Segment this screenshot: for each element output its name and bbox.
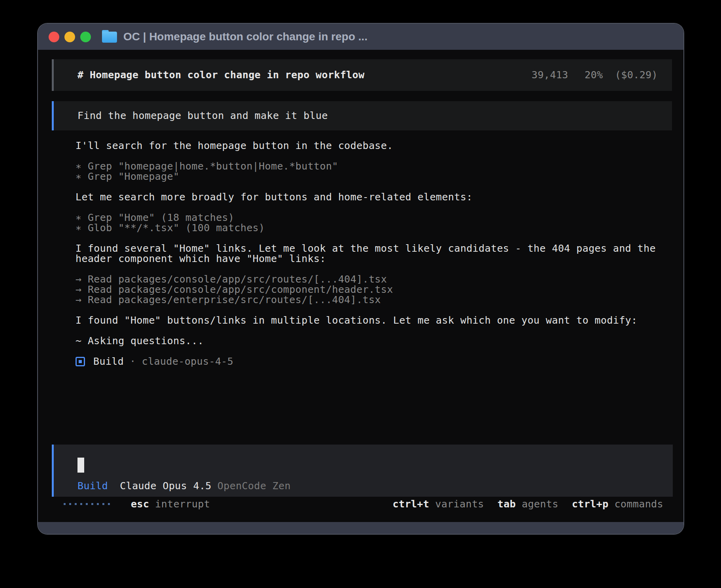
hint-variants: ctrl+t variants bbox=[393, 498, 484, 510]
prompt-input[interactable]: Build Claude Opus 4.5 OpenCode Zen bbox=[52, 445, 673, 497]
terminal-window: OC | Homepage button color change in rep… bbox=[38, 24, 683, 534]
assistant-text: Let me search more broadly for buttons a… bbox=[75, 192, 672, 202]
text-cursor bbox=[77, 458, 84, 473]
agent-build-icon bbox=[75, 357, 85, 366]
session-header: # Homepage button color change in repo w… bbox=[52, 59, 672, 91]
status-bar: esc interrupt ctrl+t variants tab agents… bbox=[52, 498, 673, 510]
status-left: esc interrupt bbox=[64, 498, 210, 510]
input-provider-label: OpenCode Zen bbox=[217, 481, 291, 491]
window-title: OC | Homepage button color change in rep… bbox=[123, 30, 368, 43]
input-agent-label: Build bbox=[77, 481, 108, 491]
esc-key-hint: esc bbox=[131, 498, 149, 510]
assistant-text: I'll search for the homepage button in t… bbox=[75, 141, 672, 151]
input-model-row: Build Claude Opus 4.5 OpenCode Zen bbox=[77, 481, 673, 491]
esc-hint-label: interrupt bbox=[155, 498, 210, 510]
tool-call: → Read packages/enterprise/src/routes/[.… bbox=[75, 295, 672, 305]
hint-commands: ctrl+p commands bbox=[572, 498, 663, 510]
tool-call: → Read packages/console/app/src/routes/[… bbox=[75, 274, 672, 285]
context-percent: 20% bbox=[585, 69, 603, 81]
agent-name: Build bbox=[93, 356, 124, 367]
tool-call: ∗ Grep "homepage|home.*button|Home.*butt… bbox=[75, 161, 672, 172]
hint-agents: tab agents bbox=[498, 498, 559, 510]
input-model-label: Claude Opus 4.5 bbox=[120, 481, 211, 491]
session-stats: 39,413 20% ($0.29) bbox=[532, 70, 658, 80]
folder-icon bbox=[102, 32, 117, 43]
user-message: Find the homepage button and make it blu… bbox=[52, 101, 672, 130]
zoom-button[interactable] bbox=[80, 32, 91, 42]
status-right: ctrl+t variants tab agents ctrl+p comman… bbox=[393, 498, 663, 510]
tool-call: ∗ Grep "Homepage" bbox=[75, 172, 672, 182]
assistant-text: I found "Home" buttons/links in multiple… bbox=[75, 315, 672, 326]
close-button[interactable] bbox=[49, 32, 59, 42]
tool-call: ∗ Grep "Home" (18 matches) bbox=[75, 213, 672, 223]
tool-call: → Read packages/console/app/src/componen… bbox=[75, 285, 672, 295]
session-cost: ($0.29) bbox=[615, 69, 658, 81]
working-indicator-dots bbox=[64, 503, 113, 505]
minimize-button[interactable] bbox=[64, 32, 75, 42]
model-id: claude-opus-4-5 bbox=[142, 356, 234, 367]
titlebar[interactable]: OC | Homepage button color change in rep… bbox=[38, 24, 683, 50]
window-bottom-chrome bbox=[38, 522, 683, 534]
agent-status-row: Build · claude-opus-4-5 bbox=[75, 356, 672, 367]
session-title: # Homepage button color change in repo w… bbox=[77, 70, 364, 80]
user-message-text: Find the homepage button and make it blu… bbox=[77, 111, 328, 121]
assistant-text: ~ Asking questions... bbox=[75, 336, 672, 346]
separator-dot: · bbox=[130, 356, 136, 367]
assistant-text: I found several "Home" links. Let me loo… bbox=[75, 243, 672, 264]
tool-call: ∗ Glob "**/*.tsx" (100 matches) bbox=[75, 223, 672, 233]
token-count: 39,413 bbox=[532, 69, 568, 81]
assistant-transcript: I'll search for the homepage button in t… bbox=[75, 141, 672, 367]
